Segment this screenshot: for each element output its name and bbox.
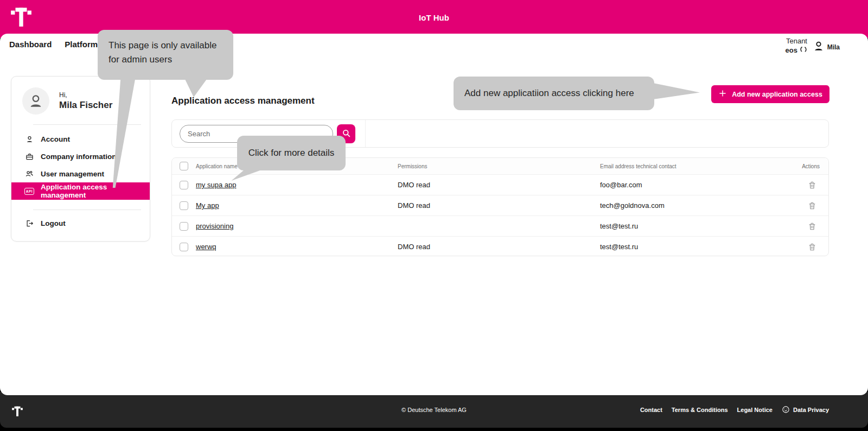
callout-admin-only: This page is only available for admin us… (98, 30, 233, 80)
footer-link-contact[interactable]: Contact (640, 407, 662, 413)
sidebar-user-name: Mila Fischer (59, 100, 112, 111)
delete-button[interactable] (808, 243, 816, 251)
top-navigation: Dashboard Platforms (9, 40, 103, 49)
nav-item-platforms[interactable]: Platforms (65, 40, 102, 49)
tenant-value: eos (786, 46, 797, 55)
permissions-cell: DMO read (398, 201, 600, 210)
application-name-link[interactable]: My app (196, 201, 219, 210)
sidebar-item-label: Account (41, 135, 70, 143)
delete-button[interactable] (808, 222, 816, 231)
footer-link-data-privacy[interactable]: Data Privacy (782, 405, 829, 415)
greeting-text: Hi, (59, 91, 112, 99)
api-icon: API (24, 188, 34, 195)
callout-more-details: Click for more details (237, 136, 346, 170)
add-button-label: Add new application access (732, 91, 822, 98)
add-new-application-access-button[interactable]: Add new application access (711, 85, 829, 103)
nav-item-dashboard[interactable]: Dashboard (9, 40, 52, 49)
sidebar-item-application-access-management[interactable]: API Application access management (11, 182, 150, 200)
applications-table: Application name Permissions Email addre… (171, 157, 829, 256)
footer-links: Contact Terms & Conditions Legal Notice … (640, 405, 829, 415)
footer-link-label: Data Privacy (793, 407, 829, 413)
application-name-link[interactable]: werwq (196, 243, 216, 251)
page-title: Application access management (171, 96, 315, 106)
application-window: IoT Hub Dashboard Platforms Tenant eos M… (0, 0, 868, 431)
footer-link-terms[interactable]: Terms & Conditions (672, 407, 728, 413)
sidebar-item-label: User management (41, 170, 104, 178)
sidebar-item-label: Application access management (41, 183, 150, 199)
callout-add-access: Add new applicatiion access clicking her… (454, 77, 654, 110)
tenant-switch-icon[interactable] (800, 46, 807, 55)
user-name: Mila (827, 43, 840, 51)
table-row: My app DMO read tech@goldnova.com (172, 195, 828, 216)
sidebar-divider (33, 210, 141, 210)
app-title: IoT Hub (0, 13, 868, 22)
email-cell: tech@goldnova.com (600, 201, 787, 210)
column-header-actions: Actions (787, 163, 828, 169)
user-icon (813, 40, 825, 54)
application-name-link[interactable]: provisioning (196, 222, 233, 230)
privacy-icon (782, 405, 790, 415)
table-row: werwq DMO read test@test.ru (172, 236, 828, 256)
permissions-cell: DMO read (398, 243, 600, 251)
column-header-email: Email address technical contact (600, 163, 787, 169)
briefcase-icon (24, 153, 34, 161)
permissions-cell: DMO read (398, 181, 600, 189)
plus-icon (718, 89, 727, 99)
row-checkbox[interactable] (180, 243, 188, 251)
tenant-info: Tenant eos (786, 37, 807, 55)
sidebar-item-logout[interactable]: Logout (11, 214, 150, 232)
table-row: my supa app DMO read foo@bar.com (172, 174, 828, 195)
select-all-checkbox[interactable] (180, 162, 188, 170)
sidebar-item-user-management[interactable]: User management (11, 165, 150, 182)
delete-button[interactable] (808, 201, 816, 210)
row-checkbox[interactable] (180, 181, 188, 189)
user-menu[interactable]: Mila (813, 40, 840, 54)
email-cell: test@test.ru (600, 222, 787, 230)
sidebar-item-label: Logout (41, 219, 66, 227)
row-checkbox[interactable] (180, 222, 188, 231)
column-header-permissions: Permissions (398, 163, 600, 169)
toolbar-divider (365, 120, 366, 147)
avatar (22, 87, 49, 115)
row-checkbox[interactable] (180, 201, 188, 210)
footer: © Deutsche Telekom AG Contact Terms & Co… (0, 392, 868, 428)
tenant-label: Tenant (786, 37, 807, 46)
sidebar-item-company-information[interactable]: Company information (11, 148, 150, 165)
table-row: provisioning test@test.ru (172, 216, 828, 236)
application-name-link[interactable]: my supa app (196, 181, 236, 189)
sidebar-item-account[interactable]: Account (11, 130, 150, 148)
email-cell: foo@bar.com (600, 181, 787, 189)
sidebar-item-label: Company information (41, 153, 117, 161)
email-cell: test@test.ru (600, 243, 787, 251)
users-icon (24, 169, 34, 178)
delete-button[interactable] (808, 181, 816, 189)
footer-link-legal-notice[interactable]: Legal Notice (737, 407, 773, 413)
logout-icon (24, 219, 34, 227)
sidebar-menu: Account Company information User managem… (11, 130, 150, 232)
person-icon (24, 135, 34, 143)
